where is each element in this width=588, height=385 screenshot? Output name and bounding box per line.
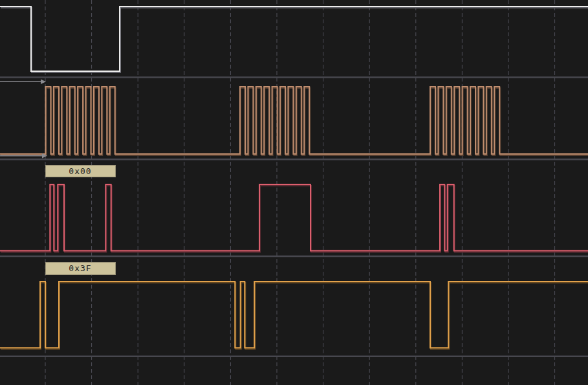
- channel-1-clock-waveform: [0, 87, 588, 155]
- measurement-arrows: [0, 80, 47, 159]
- channel-0-waveform: [0, 6, 588, 72]
- channel-2-data-waveform: [0, 184, 588, 252]
- decoded-value-label: 0x00: [45, 165, 116, 177]
- logic-analyzer-viewport[interactable]: 0x000x3F: [0, 0, 588, 385]
- waveform-canvas[interactable]: [0, 0, 588, 385]
- grid-lines: [0, 0, 555, 385]
- decoded-value-label: 0x3F: [45, 262, 116, 275]
- channel-3-waveform: [0, 281, 588, 349]
